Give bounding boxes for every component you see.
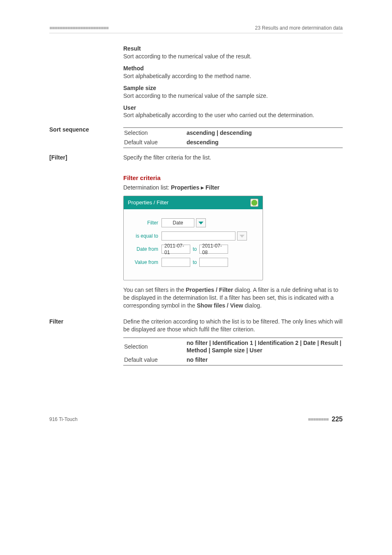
label-default: Default value (124, 138, 186, 147)
heading-sort-sequence: Sort sequence (49, 126, 123, 148)
stop-button[interactable] (250, 199, 258, 207)
value-filter-selection: no filter | Identification 1 | Identific… (187, 339, 342, 355)
heading-filter-criteria: Filter criteria (123, 174, 343, 182)
field-value-to[interactable] (199, 258, 228, 267)
header-chapter: 23 Results and more determination data (255, 25, 343, 31)
def-desc-result: Sort according to the numerical value of… (123, 53, 343, 60)
dialog-titlebar: Properties / Filter (124, 196, 263, 209)
label-filter-default: Default value (124, 356, 186, 364)
label-date-from: Date from (129, 246, 161, 252)
filter-dropdown-button[interactable] (196, 218, 206, 227)
def-desc-sample: Sort according to the numerical value of… (123, 92, 343, 100)
field-value-from[interactable] (161, 258, 190, 267)
field-filter-value[interactable]: Date (161, 218, 194, 227)
field-date-from[interactable]: 2011-07-01 (161, 245, 190, 254)
label-value-from: Value from (129, 259, 161, 266)
sort-sequence-table: Selection ascending | descending Default… (123, 127, 343, 148)
page-header: ■■■■■■■■■■■■■■■■■■■■■■■ 23 Results and m… (49, 25, 343, 33)
heading-filter: [Filter] (49, 154, 123, 166)
footer-product: 916 Ti-Touch (49, 416, 78, 423)
breadcrumb-properties: Properties (171, 184, 199, 191)
def-term-user: User (123, 104, 343, 112)
footer-page-number: 225 (332, 415, 343, 424)
header-decor-left: ■■■■■■■■■■■■■■■■■■■■■■■ (49, 25, 108, 31)
footer-decor: ■■■■■■■■ (308, 416, 328, 423)
field-date-to[interactable]: 2011-07-08 (199, 245, 228, 254)
dialog-title-text: Properties / Filter (128, 199, 168, 206)
value-filter-default: no filter (187, 356, 342, 364)
def-term-sample: Sample size (123, 84, 343, 92)
chevron-down-icon (240, 235, 244, 238)
chevron-down-icon (198, 222, 203, 224)
filter-description: You can set filters in the Properties / … (123, 286, 343, 310)
filter-param-intro: Define the criterion according to which … (123, 318, 343, 333)
filter-param-table: Selection no filter | Identification 1 |… (123, 338, 343, 366)
breadcrumb-filter: Filter (205, 184, 219, 191)
breadcrumb: Determination list: Properties ▸ Filter (123, 184, 343, 192)
heading-filter-param: Filter (49, 318, 123, 365)
equal-dropdown-button[interactable] (237, 231, 247, 240)
label-to-value: to (190, 259, 199, 266)
label-is-equal-to: is equal to (129, 233, 161, 239)
label-selection: Selection (124, 129, 186, 137)
breadcrumb-prefix: Determination list: (123, 184, 171, 191)
label-to-date: to (190, 246, 199, 252)
label-filter: Filter (129, 220, 161, 226)
value-default: descending (187, 138, 342, 147)
stop-icon (251, 200, 257, 206)
value-selection: ascending | descending (187, 129, 342, 137)
def-term-result: Result (123, 45, 343, 53)
label-filter-selection: Selection (124, 339, 186, 355)
page-footer: 916 Ti-Touch ■■■■■■■■ 225 (49, 415, 343, 424)
def-desc-method: Sort alphabetically according to the met… (123, 72, 343, 80)
def-desc-user: Sort alphabetically according to the use… (123, 111, 343, 119)
breadcrumb-sep: ▸ (199, 184, 205, 191)
filter-intro: Specify the filter criteria for the list… (123, 154, 343, 162)
field-is-equal-to[interactable] (161, 231, 235, 240)
def-term-method: Method (123, 65, 343, 72)
properties-filter-dialog: Properties / Filter Filter Date is equal… (123, 196, 263, 280)
